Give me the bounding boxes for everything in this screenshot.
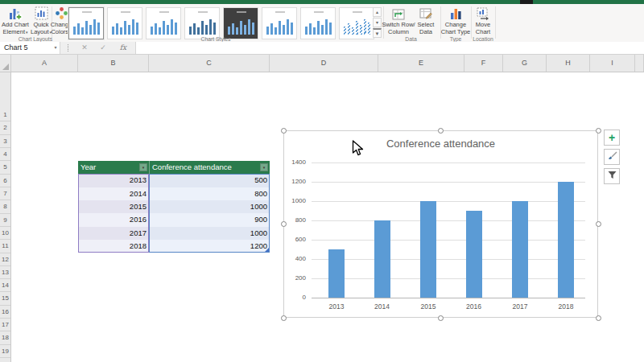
column-header-partial[interactable] [635,55,644,72]
y-axis-tick-label: 600 [284,236,306,244]
bar-2015[interactable] [420,201,436,298]
row-header-15[interactable]: 15 [0,292,10,305]
chart-resize-handle[interactable] [596,315,601,321]
column-header-B[interactable]: B [78,55,149,72]
row-header-17[interactable]: 17 [0,319,10,331]
select-data-button[interactable]: Select Data [413,5,439,39]
table-cell-attendance[interactable]: 1000 [149,227,270,240]
thumbnail-bar [244,25,246,35]
row-header-9[interactable]: 9 [0,214,10,227]
chart-resize-handle[interactable] [281,128,287,134]
x-axis-tick-label: 2016 [458,302,490,311]
bar-2018[interactable] [558,182,574,298]
row-header-partial[interactable] [0,358,10,362]
quick-layout-button[interactable]: Quick Layout▾ [30,5,52,39]
row-header-4[interactable]: 4 [0,148,10,161]
x-axis-line [312,298,585,298]
row-header-8[interactable]: 8 [0,200,10,213]
chart-resize-handle[interactable] [596,128,601,134]
column-header-A[interactable]: A [11,55,78,72]
insert-function-icon[interactable]: fx [118,42,129,54]
thumbnail-bar [132,19,134,35]
formula-input[interactable] [135,42,644,54]
chart-style-thumbnail-7[interactable] [300,7,336,39]
chart-style-thumbnail-8[interactable] [339,7,374,39]
table-header-label: Year [80,162,96,171]
gridline [312,162,585,163]
chart-title[interactable]: Conference attendance [284,138,597,150]
column-header-I[interactable]: I [590,55,635,72]
thumbnail-bar [112,27,114,35]
bar-2017[interactable] [512,201,528,298]
row-header-16[interactable]: 16 [0,306,10,319]
row-header-7[interactable]: 7 [0,187,10,200]
thumbnail-bar [360,25,362,35]
chart-resize-handle[interactable] [596,221,601,227]
row-header-12[interactable]: 12 [0,253,10,266]
row-header-13[interactable]: 13 [0,266,10,279]
chart-styles-button[interactable] [604,149,620,165]
chart-elements-button[interactable]: + [604,130,620,146]
range-fill-handle[interactable] [265,248,269,252]
column-header-H[interactable]: H [547,55,590,72]
row-header-11[interactable]: 11 [0,240,10,253]
chart-style-thumbnail-5[interactable] [223,7,258,39]
bar-2013[interactable] [328,249,345,298]
filter-dropdown-button[interactable]: ▾ [139,163,147,171]
chart-resize-handle[interactable] [438,128,444,134]
chart-resize-handle[interactable] [438,315,444,321]
cancel-icon[interactable]: ✕ [79,42,90,54]
row-header-1[interactable]: 1 [0,109,10,121]
chart-object[interactable]: Conference attendance 020040060080010001… [283,130,598,318]
gallery-scroll-up-button[interactable]: ▴ [373,7,382,17]
table-cell-attendance[interactable]: 900 [149,213,270,226]
column-header-D[interactable]: D [270,55,378,72]
row-header-2[interactable]: 2 [0,121,10,134]
bar-2014[interactable] [374,220,390,298]
table-cell-attendance[interactable]: 1200 [149,240,270,253]
column-header-F[interactable]: F [464,55,503,72]
table-cell-year[interactable]: 2017 [78,227,149,240]
row-header-5[interactable]: 5 [0,161,10,174]
thumbnail-bar [155,23,157,35]
chart-resize-handle[interactable] [281,221,287,227]
enter-icon[interactable]: ✓ [97,42,109,54]
table-cell-attendance[interactable]: 1000 [149,200,270,213]
chart-filters-button[interactable] [604,168,620,184]
chart-style-thumbnail-6[interactable] [262,7,297,39]
name-box-dropdown-icon[interactable]: ▾ [51,42,60,54]
gridline [312,201,585,202]
thumbnail-bar [305,27,308,35]
chart-style-thumbnail-3[interactable] [146,7,181,39]
row-header-18[interactable]: 18 [0,331,10,344]
row-header-10[interactable]: 10 [0,227,10,240]
move-chart-button[interactable]: Move Chart [472,5,494,39]
select-all-button[interactable] [0,55,11,72]
switch-row-column-button[interactable]: Switch Row/ Column [384,5,413,39]
chart-style-thumbnail-2[interactable] [107,7,142,39]
gallery-scroll-down-button[interactable]: ▾ [373,18,382,27]
filter-dropdown-button[interactable]: ▾ [260,163,268,171]
chart-style-thumbnail-4[interactable] [184,7,220,39]
table-cell-attendance[interactable]: 800 [149,187,270,200]
row-header-19[interactable]: 19 [0,345,10,358]
table-cell-year[interactable]: 2014 [78,187,149,200]
row-header-6[interactable]: 6 [0,175,10,187]
change-chart-type-button[interactable]: Change Chart Type [442,5,469,39]
column-header-G[interactable]: G [503,55,547,72]
table-cell-year[interactable]: 2013 [78,174,149,187]
chart-resize-handle[interactable] [281,315,287,321]
row-header-3[interactable]: 3 [0,135,10,148]
column-header-E[interactable]: E [378,55,464,72]
table-cell-year[interactable]: 2018 [78,240,149,253]
table-cell-year[interactable]: 2015 [78,200,149,213]
table-header-year[interactable]: Year▾ [78,161,149,175]
row-header-14[interactable]: 14 [0,279,10,292]
table-header-attendance[interactable]: Conference attendance▾ [149,161,270,175]
add-chart-element-button[interactable]: Add Chart Element▾ [1,5,30,39]
column-header-C[interactable]: C [149,55,270,72]
chart-style-thumbnail-1[interactable] [68,7,104,39]
bar-2016[interactable] [466,211,482,298]
table-cell-attendance[interactable]: 500 [149,174,270,187]
table-cell-year[interactable]: 2016 [78,213,149,226]
